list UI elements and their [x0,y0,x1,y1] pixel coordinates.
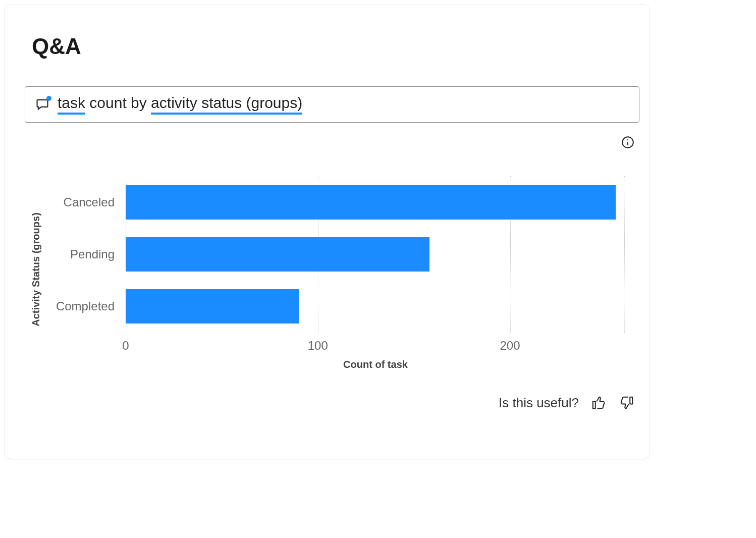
x-tick-label: 200 [500,339,520,353]
info-icon[interactable] [620,135,635,150]
thumbs-down-button[interactable] [618,394,635,411]
feedback-bar: Is this useful? [499,394,635,411]
query-text: task count by activity status (groups) [58,94,302,115]
notification-dot-icon [46,96,51,101]
gridline [624,176,625,333]
query-token: activity status (groups) [151,94,302,115]
svg-point-2 [627,139,628,140]
query-token: count by [85,94,151,112]
query-token: task [58,94,85,115]
x-tick-label: 0 [122,339,129,353]
chart-bar[interactable] [126,237,429,272]
bar-chart: Activity Status (groups) Count of task 0… [27,166,632,373]
x-tick-label: 100 [308,339,328,353]
feedback-prompt: Is this useful? [499,395,579,411]
thumbs-up-button[interactable] [590,394,607,411]
x-axis-label: Count of task [343,359,408,370]
qa-card: Q&A task count by activity status (group… [4,4,650,459]
category-label: Pending [70,247,115,261]
chart-bar[interactable] [126,289,299,324]
chat-bubble-icon [35,97,50,112]
chart-bar[interactable] [126,185,616,220]
card-title: Q&A [32,34,81,59]
category-label: Canceled [64,195,115,209]
qa-query-input[interactable]: task count by activity status (groups) [25,86,639,123]
category-label: Completed [56,299,115,313]
y-axis-label: Activity Status (groups) [30,212,42,327]
